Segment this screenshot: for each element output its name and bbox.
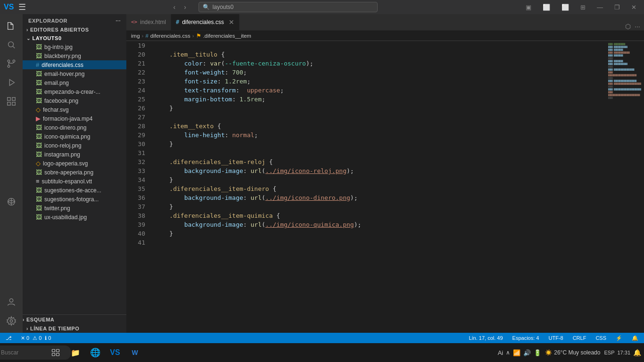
nav-forward[interactable]: › [181,2,189,12]
sidebar-file-item[interactable]: ≡subtitulo-espanol.vtt [23,177,126,186]
taskbar-vscode[interactable]: VS [106,343,124,362]
sidebar-file-item[interactable]: 🖼instagram.png [23,150,126,159]
sidebar-file-item[interactable]: 🖼email-hover.png [23,69,126,78]
code-line[interactable]: .diferenciales__item-quimica { [155,211,606,220]
taskbar-chrome[interactable]: 🌐 [86,343,105,362]
activity-files[interactable] [3,18,19,34]
activity-debug[interactable] [3,74,19,90]
status-language[interactable]: CSS [594,335,608,341]
notification-bell[interactable]: 🔔 [633,349,641,356]
close-btn[interactable]: ✕ [627,3,640,12]
sidebar-open-editors-header[interactable]: › EDITORES ABIERTOS [23,25,126,34]
code-line[interactable]: .item__titulo { [155,50,606,59]
sidebar-file-item[interactable]: 🖼blackberry.png [23,51,126,60]
sidebar-file-item[interactable]: 🖼empezando-a-crear-... [23,87,126,96]
ai-label[interactable]: Ai [498,349,504,356]
status-line-col[interactable]: Lín. 17, col. 49 [467,335,504,341]
maximize-btn[interactable]: ❐ [611,3,624,12]
activity-search[interactable] [3,37,19,53]
sidebar-file-item[interactable]: 🖼icono-quimica.png [23,132,126,141]
sidebar-file-item[interactable]: 🖼sugestiones-fotogra... [23,195,126,204]
code-line[interactable]: text-transform: uppercase; [155,86,606,95]
search-bar[interactable]: 🔍 layouts0 [198,2,378,12]
taskbar-explorer[interactable]: 📁 [66,343,85,362]
status-notifications[interactable]: 🔔 [630,335,640,341]
code-line[interactable]: } [155,202,606,211]
sidebar-timeline-header[interactable]: › LÍNEA DE TIEMPO [23,324,126,333]
more-actions-btn[interactable]: ··· [635,23,640,30]
activity-accounts[interactable] [3,294,19,310]
status-line-ending[interactable]: CRLF [571,335,588,341]
split-editor-btn[interactable]: ⬡ [625,23,631,30]
layout-split1-btn[interactable]: ⬜ [539,3,554,12]
volume-icon[interactable]: 🔊 [523,349,531,356]
sidebar-file-item[interactable]: 🖼facebook.png [23,96,126,105]
tab-diferenciales-css[interactable]: # diferenciales.css ✕ [171,14,239,30]
taskbar-task-view[interactable] [46,343,65,362]
code-line[interactable]: font-weight: 700; [155,68,606,77]
code-line[interactable]: line-height: normal; [155,131,606,140]
sidebar-file-item[interactable]: 🖼icono-reloj.png [23,141,126,150]
activity-settings[interactable] [3,313,19,329]
code-editor[interactable]: 1920212223242526272829303132333435363738… [126,41,644,333]
sidebar-file-item[interactable]: 🖼twitter.png [23,204,126,213]
code-line[interactable] [155,238,606,247]
sidebar-file-item[interactable]: 🖼bg-intro.jpg [23,42,126,51]
code-content[interactable]: .item__titulo { color: var(--fuente-ceni… [150,41,606,333]
code-line[interactable] [155,113,606,122]
activity-git[interactable] [3,56,19,72]
status-errors[interactable]: ✕ 0 ⚠ 0 ℹ 0 [19,335,53,341]
code-line[interactable]: } [155,104,606,113]
breadcrumb-img[interactable]: img [131,33,140,39]
code-line[interactable]: .diferenciales__item-reloj { [155,157,606,166]
sidebar-workspace-header[interactable]: ⌄ LAYOUTS0 [23,34,126,42]
code-line[interactable]: } [155,229,606,238]
tab-index-html[interactable]: <> index.html [126,14,171,30]
status-encoding[interactable]: UTF-8 [546,335,565,341]
layout-sidebar-btn[interactable]: ▣ [522,3,535,12]
status-spaces[interactable]: Espacios: 4 [511,335,541,341]
code-line[interactable]: .item__texto { [155,122,606,131]
sidebar-file-item[interactable]: #diferenciales.css [23,60,126,69]
code-line[interactable]: } [155,175,606,184]
menu-icon[interactable]: ☰ [18,2,26,12]
layout-split2-btn[interactable]: ⬜ [558,3,573,12]
taskbar-up-arrow[interactable]: ∧ [506,349,510,356]
taskbar-weather[interactable]: ☀️ 26°C Muy soleado [545,349,600,356]
code-line[interactable]: font-size: 1.2rem; [155,77,606,86]
sidebar-file-item[interactable]: 🖼email.png [23,78,126,87]
sidebar-file-item[interactable]: ◇fechar.svg [23,105,126,114]
sidebar-file-item[interactable]: 🖼icono-dinero.png [23,123,126,132]
status-format[interactable]: ⚡ [614,335,624,341]
nav-back[interactable]: ‹ [171,2,179,12]
status-git[interactable]: ⎇ [4,335,15,341]
sidebar-file-item[interactable]: ◇logo-apeperia.svg [23,159,126,168]
breadcrumb-selector[interactable]: .diferenciales__item [203,33,251,39]
network-icon[interactable]: 📶 [513,349,520,356]
activity-remote[interactable] [3,194,19,210]
code-line[interactable]: } [155,140,606,148]
activity-extensions[interactable] [3,93,19,109]
breadcrumb-css[interactable]: diferenciales.css [150,33,190,39]
layout-grid-btn[interactable]: ⊞ [577,3,589,12]
sidebar-file-item[interactable]: 🖼ux-usabilidad.jpg [23,213,126,222]
code-line[interactable]: background-image: url(../img/icono-quimi… [155,220,606,229]
taskbar-language[interactable]: ESP [604,350,614,355]
code-line[interactable]: margin-bottom: 1.5rem; [155,95,606,104]
battery-icon[interactable]: 🔋 [534,349,541,356]
minimize-btn[interactable]: — [593,3,607,12]
taskbar-search-area[interactable] [24,343,42,362]
code-line[interactable] [155,148,606,157]
taskbar-word[interactable]: W [125,343,144,362]
code-line[interactable]: background-image: url(../img/icono-diner… [155,193,606,202]
sidebar-menu-btn[interactable]: ··· [116,18,121,24]
code-line[interactable] [155,41,606,50]
sidebar-file-item[interactable]: 🖼sobre-apeperia.png [23,168,126,177]
taskbar-time[interactable]: 17:31 [617,349,630,356]
tab-close-btn[interactable]: ✕ [229,19,234,25]
sidebar-esquema-header[interactable]: › ESQUEMA [23,314,126,324]
code-line[interactable]: color: var(--fuente-ceniza-oscuro); [155,59,606,68]
code-line[interactable]: background-image: url(../img/icono-reloj… [155,166,606,175]
code-line[interactable]: .diferenciales__item-dinero { [155,184,606,193]
sidebar-file-item[interactable]: ▶formacion-java.mp4 [23,114,126,123]
